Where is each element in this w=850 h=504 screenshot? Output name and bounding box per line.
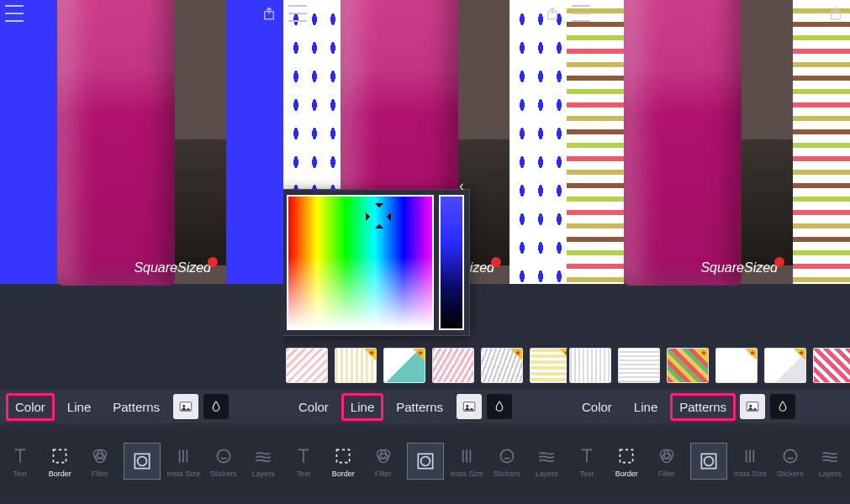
tool-filter[interactable]: Filter <box>647 445 687 478</box>
tool-filter[interactable]: Filter <box>363 445 404 478</box>
tab-patterns[interactable]: Patterns <box>671 394 735 420</box>
tool-filter[interactable]: Filter <box>80 445 120 478</box>
border-right <box>793 0 850 284</box>
app-root: SquareSized Color Line Patterns <box>0 0 850 504</box>
picker-cursor[interactable] <box>369 207 388 225</box>
toolbar: Text Border Filter Insta Size Stickers L… <box>567 427 850 496</box>
pattern-thumb[interactable]: ★ <box>530 348 567 383</box>
svg-point-12 <box>466 405 468 407</box>
menu-icon[interactable] <box>288 5 307 22</box>
tool-instasize[interactable]: Insta Size <box>731 445 771 478</box>
tool-shape[interactable] <box>407 443 444 480</box>
image-picker-icon[interactable] <box>173 394 198 419</box>
border-left <box>0 0 57 284</box>
tab-patterns[interactable]: Patterns <box>388 394 451 420</box>
svg-point-28 <box>704 457 713 466</box>
share-icon[interactable] <box>543 5 562 22</box>
photo[interactable]: SquareSized <box>624 0 793 284</box>
pattern-thumb[interactable]: ★ <box>335 348 377 383</box>
toolbar: Text Border Filter Insta Size Stickers L… <box>283 427 567 496</box>
svg-rect-13 <box>337 449 350 462</box>
pattern-thumb[interactable] <box>813 348 850 383</box>
hue-slider[interactable] <box>439 195 464 330</box>
watermark: SquareSized <box>700 257 784 276</box>
pattern-thumb[interactable] <box>569 348 611 383</box>
preview-area: SquareSized <box>567 0 850 284</box>
toolbar: Text Border Filter Insta Size Stickers L… <box>0 427 283 496</box>
panel-color: SquareSized Color Line Patterns <box>0 0 283 504</box>
subtab-row: Color Line Patterns <box>283 390 567 423</box>
svg-point-2 <box>182 405 185 407</box>
pattern-thumbs: ★ ★ ★ <box>569 348 847 383</box>
pattern-thumb[interactable] <box>618 348 660 383</box>
photo[interactable]: SquareSized <box>57 0 226 284</box>
tool-layers[interactable]: Layers <box>244 445 284 478</box>
svg-point-18 <box>420 457 430 466</box>
pattern-thumb[interactable]: ★ <box>481 348 523 383</box>
tab-line[interactable]: Line <box>59 394 99 420</box>
tool-shape[interactable] <box>124 443 161 480</box>
tool-border[interactable]: Border <box>324 445 364 478</box>
eyedropper-icon[interactable] <box>203 394 229 419</box>
svg-point-9 <box>217 449 230 462</box>
tool-stickers[interactable]: Stickers <box>487 445 527 478</box>
tab-line[interactable]: Line <box>626 394 666 420</box>
svg-point-29 <box>784 449 796 462</box>
border-right <box>226 0 283 284</box>
menu-icon[interactable] <box>5 5 24 22</box>
subtab-row: Color Line Patterns <box>0 390 283 423</box>
image-picker-icon[interactable] <box>457 394 482 419</box>
svg-rect-3 <box>54 449 66 462</box>
tool-text[interactable]: Text <box>567 445 607 478</box>
eyedropper-icon[interactable] <box>487 394 512 419</box>
color-picker[interactable]: ‹ <box>283 189 470 336</box>
tool-stickers[interactable]: Stickers <box>770 445 810 478</box>
pattern-thumb[interactable]: ★ <box>715 348 758 383</box>
close-icon[interactable]: ‹ <box>456 180 467 192</box>
pattern-thumb[interactable] <box>432 348 474 383</box>
tool-border[interactable]: Border <box>607 445 647 478</box>
image-picker-icon[interactable] <box>740 394 765 419</box>
tool-layers[interactable]: Layers <box>810 445 851 478</box>
tool-text[interactable]: Text <box>283 445 324 478</box>
tab-color[interactable]: Color <box>7 394 54 420</box>
tab-line[interactable]: Line <box>342 394 383 420</box>
tool-stickers[interactable]: Stickers <box>203 445 244 478</box>
pattern-thumb[interactable]: ★ <box>383 348 425 383</box>
panel-line: SquareSized ‹ <box>283 0 567 504</box>
share-icon[interactable] <box>826 5 845 22</box>
tool-border[interactable]: Border <box>40 445 81 478</box>
pattern-thumb[interactable] <box>286 348 328 383</box>
preview-area: SquareSized <box>0 0 283 284</box>
eyedropper-icon[interactable] <box>770 394 795 419</box>
svg-point-22 <box>749 405 752 407</box>
border-right <box>509 0 567 284</box>
pattern-thumb[interactable]: ★ <box>667 348 709 383</box>
tool-instasize[interactable]: Insta Size <box>447 445 488 478</box>
pattern-thumbs: ★ ★ ★ ★ <box>286 348 564 383</box>
tab-color[interactable]: Color <box>573 394 620 420</box>
tab-color[interactable]: Color <box>290 394 337 420</box>
svg-point-19 <box>500 449 513 462</box>
subtab-row: Color Line Patterns <box>567 390 850 423</box>
saturation-field[interactable] <box>287 195 434 330</box>
pattern-thumb[interactable]: ★ <box>764 348 806 383</box>
tool-shape[interactable] <box>690 443 727 480</box>
share-icon[interactable] <box>260 5 278 22</box>
svg-point-8 <box>137 457 146 466</box>
svg-rect-23 <box>620 449 633 462</box>
tool-layers[interactable]: Layers <box>527 445 568 478</box>
border-left <box>567 0 624 284</box>
watermark: SquareSized <box>134 257 218 276</box>
panel-patterns: SquareSized ★ ★ ★ Color Line Patterns <box>567 0 850 504</box>
tool-instasize[interactable]: Insta Size <box>164 445 204 478</box>
menu-icon[interactable] <box>572 5 590 22</box>
tool-text[interactable]: Text <box>0 445 40 478</box>
tab-patterns[interactable]: Patterns <box>104 394 168 420</box>
